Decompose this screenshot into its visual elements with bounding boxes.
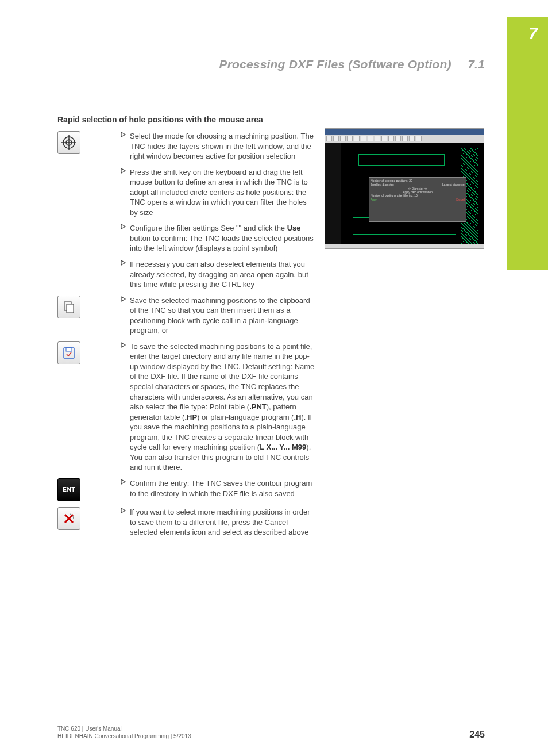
bullet-arrow-icon (121, 132, 126, 137)
main-content: Rapid selection of hole positions with t… (57, 115, 316, 543)
step-text: Select the mode for choosing a machining… (130, 131, 316, 162)
instruction-step: If you want to select more machining pos… (57, 507, 316, 538)
page-number: 245 (469, 730, 485, 740)
instruction-step: Save the selected machining positions to… (57, 296, 316, 336)
step-text: Save the selected machining positions to… (130, 296, 316, 336)
step-text: Confirm the entry: The TNC saves the con… (130, 478, 316, 498)
instruction-step: If necessary you can also deselect eleme… (57, 259, 316, 290)
svg-rect-5 (67, 304, 74, 313)
cancel-selection-icon (57, 507, 80, 530)
bullet-arrow-icon (121, 168, 126, 174)
chapter-tab (507, 17, 548, 270)
bullet-arrow-icon (121, 508, 126, 513)
footer-edition: HEIDENHAIN Conversational Programming | … (57, 732, 191, 740)
step-text: If necessary you can also deselect eleme… (130, 259, 316, 290)
bullet-arrow-icon (121, 342, 126, 348)
instruction-step: To save the selected machining positions… (57, 341, 316, 473)
instruction-step: Press the shift key on the keyboard and … (57, 167, 316, 218)
tnc-screenshot: Number of selected positions: 20 Smalles… (325, 128, 484, 249)
ent-key-icon: ENT (57, 478, 80, 501)
header-section: 7.1 (468, 57, 485, 71)
filter-dialog: Number of selected positions: 20 Smalles… (369, 177, 466, 222)
bullet-arrow-icon (121, 479, 126, 485)
section-heading: Rapid selection of hole positions with t… (57, 115, 316, 124)
clipboard-icon (57, 296, 80, 318)
page-footer: TNC 620 | User's Manual HEIDENHAIN Conve… (57, 725, 485, 740)
bullet-arrow-icon (121, 224, 126, 229)
header-title: Processing DXF Files (Software Option) (219, 57, 451, 71)
instruction-step: Configure the filter settings See "" and… (57, 223, 316, 254)
step-text: Configure the filter settings See "" and… (130, 223, 316, 254)
bullet-arrow-icon (121, 260, 126, 266)
chapter-number: 7 (528, 24, 538, 43)
save-file-icon (57, 341, 80, 364)
crosshair-icon (57, 131, 80, 154)
step-text: Press the shift key on the keyboard and … (130, 167, 316, 218)
bullet-arrow-icon (121, 296, 126, 302)
instruction-step: ENTConfirm the entry: The TNC saves the … (57, 478, 316, 501)
page-header: Processing DXF Files (Software Option) 7… (219, 57, 485, 71)
instruction-step: Select the mode for choosing a machining… (57, 131, 316, 162)
step-text: If you want to select more machining pos… (130, 507, 316, 538)
footer-product: TNC 620 | User's Manual (57, 725, 191, 732)
svg-rect-7 (66, 348, 72, 351)
step-text: To save the selected machining positions… (130, 341, 316, 473)
